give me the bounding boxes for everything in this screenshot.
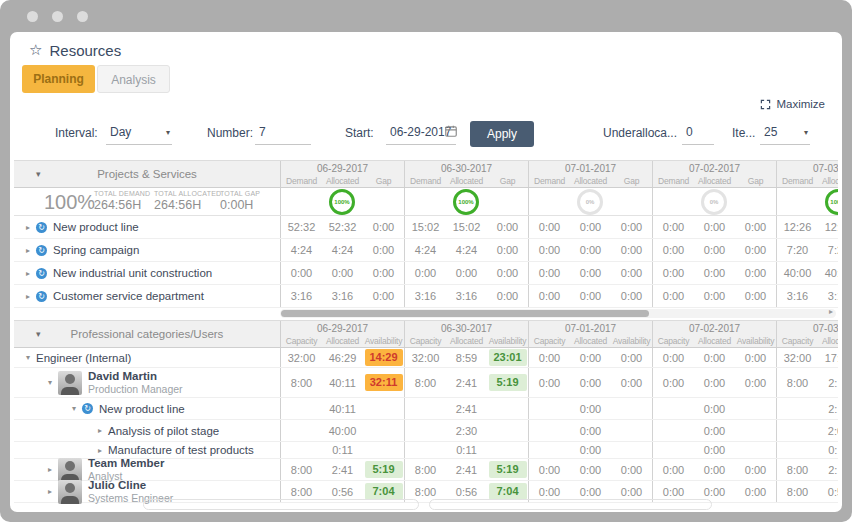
window-frame: ☆ Resources Planning Analysis Maximize I… [0,0,852,522]
value-cell: 0:00 [653,352,694,364]
underallocated-label: Underalloca... [603,126,677,140]
project-name: Spring campaign [53,244,139,256]
horizontal-scrollbar[interactable]: ▸ [280,309,836,318]
value-cell: 40:00 [818,267,838,279]
tab-analysis[interactable]: Analysis [97,65,170,93]
collapse-all-icon[interactable]: ▾ [36,169,41,179]
value-cell: 0:00 [653,486,694,498]
date-group-cells: 8:000:56 [777,481,838,502]
value-cell: 12:26 [818,221,838,233]
scroll-right-icon[interactable]: ▸ [829,307,833,316]
value-cell: 0:00 [611,244,652,256]
value-cell: 7:20 [777,244,818,256]
value-cell: 8:00 [281,464,322,476]
window-dot[interactable] [77,11,88,22]
project-row-name[interactable]: ▾ ↻ New product line [14,398,280,419]
date-group-cells: 0:000:000:00 [529,239,653,261]
expand-icon[interactable]: ▾ [26,353,30,362]
expand-icon[interactable]: ▾ [48,378,52,387]
project-icon: ↻ [36,245,47,256]
value-cell: 2:41 [322,464,363,476]
total-allocated: TOTAL ALLOCATED 264:56H [154,190,221,212]
maximize-label: Maximize [776,98,825,110]
date-group-cells: 0:00 [529,420,653,441]
value-cell: 0:00 [570,403,611,415]
project-row-name[interactable]: ▸ ↻ New industrial unit construction [14,262,280,284]
expand-icon[interactable]: ▸ [26,292,30,301]
value-cell: 0:00 [735,377,776,389]
expand-icon[interactable]: ▾ [72,404,76,413]
allocation-percent-badge: 100% [825,189,838,215]
value-cell: 0:00 [487,267,528,279]
date-group-cells: 0:000:000:00 [529,262,653,284]
date-group-cells: 0:000:000:00 [405,262,529,284]
subcolumn-label: Allocated [694,176,735,186]
window-dot[interactable] [27,11,38,22]
value-cell: 0:00 [611,267,652,279]
value-cell: 0:00 [529,464,570,476]
date-group-cells: 3:163:160:00 [405,285,529,307]
calendar-icon[interactable] [444,124,458,142]
expand-icon[interactable]: ▸ [48,465,52,474]
apply-button[interactable]: Apply [470,121,534,147]
value-cell: 0:00 [611,290,652,302]
items-label: Ite... [732,126,755,140]
date-group-cells: 40:11 [281,398,405,419]
items-select[interactable]: 25 ▾ [760,122,810,145]
project-row-name[interactable]: ▸ ↻ Spring campaign [14,239,280,261]
value-cell: 32:00 [777,352,818,364]
maximize-button[interactable]: Maximize [760,98,825,110]
task-name: Analysis of pilot stage [108,425,219,437]
project-name: New industrial unit construction [53,267,212,279]
value-cell: 0:00 [487,221,528,233]
value-cell: 0:11 [446,444,487,456]
table-row: ▸ ↻ Customer service department 3:163:16… [14,285,838,308]
number-input[interactable]: 7 [255,122,311,145]
value-cell: 15:02 [446,221,487,233]
bottom-scrollbar-track-right[interactable] [429,499,712,510]
project-row-name[interactable]: ▸ ↻ New product line [14,216,280,238]
expand-icon[interactable]: ▸ [48,487,52,496]
collapse-all-icon[interactable]: ▾ [36,329,41,339]
value-cell: 0:00 [694,377,735,389]
interval-select[interactable]: Day ▾ [106,122,172,145]
value-cell: 0:00 [363,244,404,256]
date-label: 06-29-2017 [281,161,404,176]
project-icon: ↻ [36,222,47,233]
date-group-cells: 3:163:16 [777,285,838,307]
category-row-name[interactable]: ▾ Engineer (Internal) [14,348,280,367]
allocation-badge-cell: 100% [777,188,838,215]
project-row-name[interactable]: ▸ ↻ Customer service department [14,285,280,307]
expand-icon[interactable]: ▸ [26,269,30,278]
expand-icon[interactable]: ▸ [26,223,30,232]
task-row-name[interactable]: ▸ Manufacture of test products [14,442,280,458]
project-name: Customer service department [53,290,204,302]
scrollbar-thumb[interactable] [281,310,649,317]
date-group-cells: 3:163:160:00 [281,285,405,307]
star-icon[interactable]: ☆ [29,41,42,59]
summary-badges: 100% 100% 0% 0% 100% [280,188,838,215]
value-cell: 0:00 [570,425,611,437]
bottom-scrollbar-track-left[interactable] [143,499,419,510]
user-row-name[interactable]: ▸ Team Member Analyst [14,459,280,480]
page-title: Resources [49,42,121,59]
task-row-name[interactable]: ▸ Analysis of pilot stage [14,420,280,441]
user-row-name[interactable]: ▾ David Martin Production Manager [14,368,280,397]
table-row: ▸ Team Member Analyst8:002:415:198:002:4… [14,459,838,481]
value-cell: 2:30 [446,425,487,437]
value-cell: 15:02 [405,221,446,233]
tab-planning[interactable]: Planning [22,65,95,93]
user-name: Julio Cline [88,479,173,492]
value-cell: 0:00 [735,352,776,364]
date-group-cells: 8:0040:1132:11 [281,368,405,397]
expand-icon[interactable]: ▸ [26,246,30,255]
value-cell: 0:00 [363,267,404,279]
expand-icon[interactable]: ▸ [98,446,102,455]
expand-icon[interactable]: ▸ [98,426,102,435]
availability-badge: 5:19 [489,374,527,391]
underallocated-input[interactable]: 0 [682,122,714,145]
window-dot[interactable] [52,11,63,22]
date-group-cells: 0:11 [777,442,838,458]
value-cell: 8:00 [281,486,322,498]
users-table-header: ▾ Professional categories/Users 06-29-20… [14,320,838,348]
